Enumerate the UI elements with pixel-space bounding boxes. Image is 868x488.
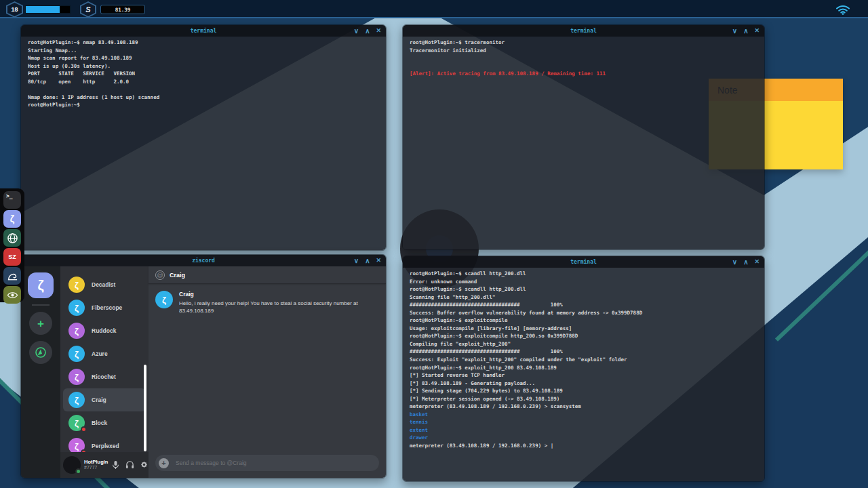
terminal-line: Success: Exploit "exploit_http_200" comp…: [410, 356, 764, 364]
maximize-button[interactable]: ∧: [743, 28, 748, 35]
terminal-line: Error: unknown command: [410, 278, 764, 286]
contact-item[interactable]: ζ Fiberscope: [63, 296, 146, 319]
ziscord-window[interactable]: ziscord ∨ ∧ ✕ ζ +: [20, 254, 387, 479]
terminal-titlebar[interactable]: terminal ∨ ∧ ✕: [21, 25, 386, 37]
contact-item[interactable]: ζ Ruddock: [63, 319, 146, 342]
terminal-line: 80/tcp open http 2.0.0: [28, 78, 386, 86]
message-input[interactable]: [174, 459, 364, 467]
terminal-line: Scanning file "http_200.dll": [410, 293, 764, 302]
contact-item[interactable]: ζ Craig: [63, 388, 146, 411]
terminal-window-tracer[interactable]: terminal ∨ ∧ ✕ root@HotPlugin:~$ tracerm…: [402, 24, 765, 250]
chat-panel: @ Craig ζ Craig Hello, i really need you…: [149, 266, 386, 478]
close-button[interactable]: ✕: [376, 258, 381, 264]
contact-item[interactable]: ζ Decadist: [63, 273, 146, 296]
ziscord-titlebar[interactable]: ziscord ∨ ∧ ✕: [21, 255, 386, 266]
attach-plus-icon[interactable]: +: [159, 458, 169, 468]
minimize-button[interactable]: ∨: [732, 28, 737, 35]
terminal-line: [410, 54, 764, 62]
contact-name: Ricochet: [92, 373, 116, 380]
terminal-line: meterpreter (83.49.108.189 / 192.168.0.2…: [410, 403, 764, 411]
close-button[interactable]: ✕: [754, 28, 760, 34]
contact-name: Decadist: [92, 281, 115, 288]
terminal-line: meterpreter (83.49.108.189 / 192.168.0.2…: [410, 442, 764, 450]
contact-avatar: ζ: [68, 369, 85, 385]
terminal-line: Success: Buffer overflow vulnerability f…: [410, 309, 764, 317]
maximize-button[interactable]: ∧: [743, 259, 748, 266]
desktop: Note terminal ∨ ∧ ✕ root@HotPlugin:~$ nm…: [0, 0, 868, 488]
terminal-line: [*] Sending stage (704,229 bytes) to 83.…: [410, 387, 764, 395]
headphones-icon[interactable]: [125, 460, 134, 469]
contacts-list: ζ Decadist ζ Fiberscope: [60, 266, 149, 478]
maximize-button[interactable]: ∧: [365, 258, 370, 264]
terminal-line: #################################### 100…: [410, 348, 764, 356]
ziscord-face-icon: ζ: [75, 372, 79, 382]
close-button[interactable]: ✕: [376, 28, 381, 34]
ziscord-home-button[interactable]: ζ: [28, 272, 54, 298]
user-bar: HotPlugin #7777: [60, 452, 149, 478]
user-name: HotPlugin: [84, 459, 110, 465]
terminal-window-exploit[interactable]: terminal ∨ ∧ ✕ root@HotPlugin:~$ scandll…: [402, 256, 765, 482]
contact-item[interactable]: ζ Block: [63, 411, 146, 434]
minimize-button[interactable]: ∨: [354, 28, 359, 35]
chat-channel-name: Craig: [170, 272, 185, 279]
wifi-icon[interactable]: [835, 4, 850, 18]
money-counter: 81.39: [100, 5, 145, 14]
terminal-output[interactable]: root@HotPlugin:~$ scandll http_200.dllEr…: [403, 268, 764, 481]
close-button[interactable]: ✕: [754, 259, 760, 265]
terminal-prompt-glyph: >_: [6, 193, 13, 199]
contact-avatar: ζ: [68, 346, 85, 362]
terminal-line: [410, 62, 764, 70]
explore-button[interactable]: [29, 341, 52, 364]
terminal-titlebar[interactable]: terminal ∨ ∧ ✕: [403, 256, 764, 268]
terminal-line: root@HotPlugin:~$ exploitcompile: [410, 317, 764, 325]
message-author: Craig: [179, 291, 361, 298]
sz-label: SZ: [8, 253, 16, 260]
ziscord-face-icon: ζ: [75, 441, 79, 451]
app-dock: >_ ζ SZ: [0, 188, 24, 302]
terminal-line: PORT STATE SERVICE VERSION: [28, 70, 386, 78]
ziscord-face-icon: ζ: [75, 326, 79, 336]
terminal-window-nmap[interactable]: terminal ∨ ∧ ✕ root@HotPlugin:~$ nmap 83…: [20, 24, 387, 251]
terminal-output[interactable]: root@HotPlugin:~$ tracermonitorTracermon…: [403, 37, 764, 249]
dock-ziscord-icon[interactable]: ζ: [3, 210, 21, 228]
terminal-line: Nmap done: 1 IP address (1 host up) scan…: [28, 94, 386, 102]
contacts-scrollbar[interactable]: [144, 365, 146, 451]
money-value: 81.39: [115, 7, 131, 13]
contact-avatar: ζ: [68, 323, 85, 339]
contact-item[interactable]: ζ Ricochet: [63, 365, 146, 388]
dock-browser-icon[interactable]: [3, 229, 21, 247]
at-icon: @: [155, 270, 165, 280]
terminal-line: tennis: [410, 418, 764, 426]
contact-name: Ruddock: [92, 327, 116, 334]
globe-icon: [7, 232, 18, 244]
microphone-icon[interactable]: [111, 460, 120, 470]
message-input-bar[interactable]: +: [155, 455, 379, 471]
level-badge: 18: [6, 1, 23, 18]
contact-name: Craig: [92, 396, 106, 403]
dock-eye-icon[interactable]: [3, 286, 21, 304]
logo-glyph: S: [85, 5, 90, 14]
terminal-line: Nmap scan report for 83.49.108.189: [28, 54, 386, 62]
contact-item[interactable]: ζ Azure: [63, 342, 146, 365]
contact-name: Block: [92, 420, 107, 426]
terminal-titlebar[interactable]: terminal ∨ ∧ ✕: [403, 25, 764, 37]
settings-gear-icon[interactable]: [140, 460, 149, 469]
terminal-line: #################################### 100…: [410, 301, 764, 309]
dock-sz-store-icon[interactable]: SZ: [3, 248, 21, 266]
terminal-line: Compiling file "exploit_http_200": [410, 340, 764, 348]
plus-icon: +: [37, 318, 44, 329]
dock-wave-icon[interactable]: [3, 267, 21, 285]
minimize-button[interactable]: ∨: [732, 259, 737, 266]
add-server-button[interactable]: +: [29, 312, 52, 335]
contact-avatar: ζ: [68, 415, 85, 431]
window-title: terminal: [570, 28, 597, 34]
maximize-button[interactable]: ∧: [365, 28, 370, 35]
ziscord-face-icon: ζ: [75, 395, 79, 405]
window-title: ziscord: [192, 258, 215, 264]
terminal-line: basket: [410, 411, 764, 419]
terminal-output[interactable]: root@HotPlugin:~$ nmap 83.49.108.189Star…: [21, 37, 386, 250]
dock-terminal-icon[interactable]: >_: [3, 191, 21, 209]
contact-name: Azure: [92, 350, 108, 357]
minimize-button[interactable]: ∨: [354, 258, 359, 264]
level-value: 18: [11, 6, 18, 13]
